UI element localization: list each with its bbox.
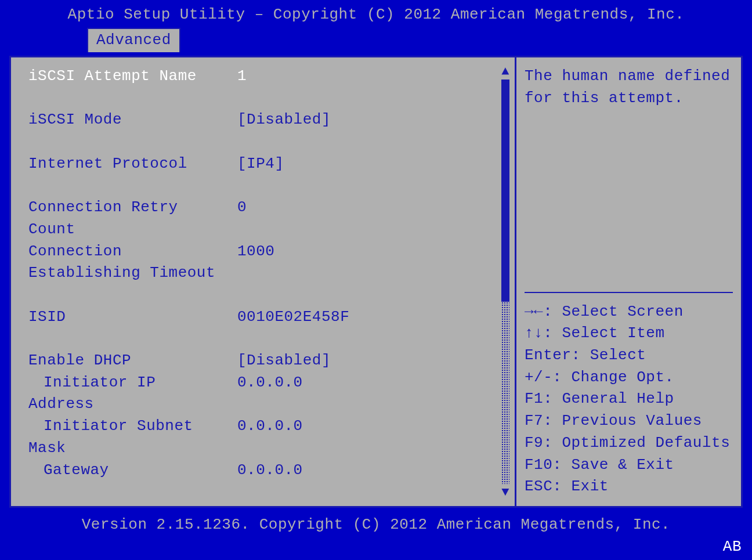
setting-label: Address bbox=[28, 393, 497, 416]
help-panel: The human name defined for this attempt.… bbox=[515, 57, 741, 506]
setting-label: Internet Protocol bbox=[28, 153, 237, 175]
setting-label: Connection Retry bbox=[28, 197, 237, 219]
menu-tabs: Advanced bbox=[0, 27, 752, 52]
setting-label: Mask bbox=[28, 438, 497, 460]
scroll-track[interactable] bbox=[501, 80, 509, 484]
corner-mark: AB bbox=[723, 538, 742, 555]
setting-value: [IP4] bbox=[237, 153, 497, 175]
setting-label-continuation: Mask bbox=[28, 438, 497, 460]
setting-row[interactable]: Initiator Subnet0.0.0.0 bbox=[28, 416, 497, 438]
setting-value: [Disabled] bbox=[237, 109, 497, 131]
setting-label: Establishing Timeout bbox=[28, 262, 497, 284]
help-divider bbox=[525, 292, 733, 293]
help-key-hint: ESC: Exit bbox=[525, 476, 733, 498]
help-key-hint: F7: Previous Values bbox=[525, 410, 733, 432]
setting-row[interactable]: Initiator IP0.0.0.0 bbox=[28, 372, 497, 394]
help-key-hint: F10: Save & Exit bbox=[525, 454, 733, 476]
scrollbar[interactable]: ▲ ▼ bbox=[500, 66, 511, 498]
setting-value: 0010E02E458F bbox=[237, 306, 497, 328]
setting-value: 1000 bbox=[237, 241, 497, 263]
help-key-hint: ↑↓: Select Item bbox=[525, 323, 733, 345]
setting-label-continuation: Count bbox=[28, 219, 497, 241]
footer-bar: Version 2.15.1236. Copyright (C) 2012 Am… bbox=[0, 509, 752, 560]
setting-value: [Disabled] bbox=[237, 350, 497, 372]
scroll-thumb[interactable] bbox=[501, 80, 509, 302]
setting-row[interactable]: iSCSI Mode[Disabled] bbox=[28, 109, 497, 131]
setting-row[interactable]: Enable DHCP[Disabled] bbox=[28, 350, 497, 372]
setting-label: iSCSI Attempt Name bbox=[28, 66, 237, 88]
setting-row[interactable]: Connection1000 bbox=[28, 241, 497, 263]
blank-row bbox=[28, 328, 497, 350]
setting-row[interactable]: iSCSI Attempt Name1 bbox=[28, 66, 497, 88]
setting-label: Initiator Subnet bbox=[28, 416, 237, 438]
tab-advanced[interactable]: Advanced bbox=[87, 28, 180, 52]
scroll-down-arrow-icon[interactable]: ▼ bbox=[501, 486, 509, 498]
setting-label: Initiator IP bbox=[28, 372, 237, 394]
setting-row[interactable]: ISID0010E02E458F bbox=[28, 306, 497, 328]
setting-value: 0.0.0.0 bbox=[237, 416, 497, 438]
main-panel: iSCSI Attempt Name1iSCSI Mode[Disabled]I… bbox=[9, 56, 743, 508]
setting-value: 0.0.0.0 bbox=[237, 372, 497, 394]
title-bar: Aptio Setup Utility – Copyright (C) 2012… bbox=[0, 0, 752, 27]
setting-label: Count bbox=[28, 219, 497, 241]
blank-row bbox=[28, 284, 497, 306]
blank-row bbox=[28, 131, 497, 153]
setting-row[interactable]: Internet Protocol[IP4] bbox=[28, 153, 497, 175]
setting-value: 0 bbox=[237, 197, 497, 219]
help-key-hint: Enter: Select bbox=[525, 345, 733, 367]
setting-label: Connection bbox=[28, 241, 237, 263]
help-key-hint: →←: Select Screen bbox=[525, 301, 733, 323]
setting-label: iSCSI Mode bbox=[28, 109, 237, 131]
blank-row bbox=[28, 88, 497, 110]
setting-row[interactable]: Connection Retry0 bbox=[28, 197, 497, 219]
setting-label: ISID bbox=[28, 306, 237, 328]
help-key-hint: +/-: Change Opt. bbox=[525, 367, 733, 389]
setting-label: Enable DHCP bbox=[28, 350, 237, 372]
setting-value: 0.0.0.0 bbox=[237, 460, 497, 482]
setting-label-continuation: Establishing Timeout bbox=[28, 262, 497, 284]
help-key-hint: F1: General Help bbox=[525, 388, 733, 410]
settings-panel[interactable]: iSCSI Attempt Name1iSCSI Mode[Disabled]I… bbox=[11, 57, 515, 506]
footer-text: Version 2.15.1236. Copyright (C) 2012 Am… bbox=[82, 516, 670, 533]
help-key-hint: F9: Optimized Defaults bbox=[525, 432, 733, 454]
setting-value: 1 bbox=[237, 66, 497, 88]
blank-row bbox=[28, 175, 497, 197]
help-description: The human name defined for this attempt. bbox=[525, 66, 733, 286]
setting-row[interactable]: Gateway0.0.0.0 bbox=[28, 460, 497, 482]
scroll-track-pattern bbox=[501, 302, 509, 484]
setting-label: Gateway bbox=[28, 460, 237, 482]
scroll-up-arrow-icon[interactable]: ▲ bbox=[501, 66, 509, 77]
setting-label-continuation: Address bbox=[28, 393, 497, 416]
